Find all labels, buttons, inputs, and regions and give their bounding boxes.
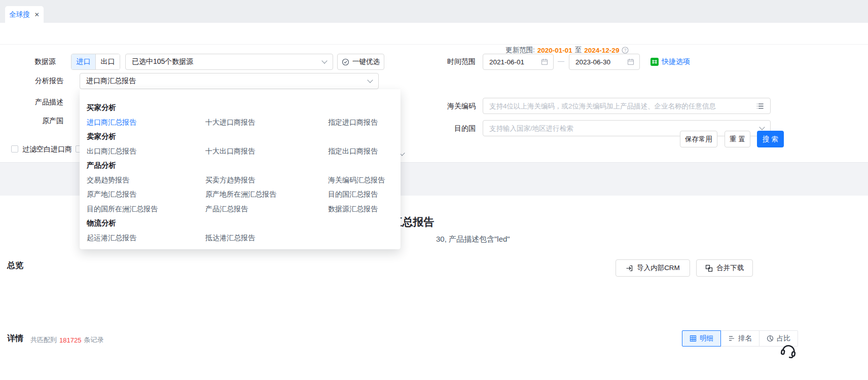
report-option-row: 出口商汇总报告十大出口商报告指定出口商报告 bbox=[87, 144, 401, 159]
hs-code-field[interactable] bbox=[483, 98, 771, 114]
one-click-label: 一键优选 bbox=[352, 57, 380, 66]
export-label: 导出 bbox=[772, 263, 786, 273]
dest-country-label: 目的国 bbox=[428, 124, 476, 133]
chevron-down-icon bbox=[759, 124, 765, 130]
report-section-title: 产品分析 bbox=[87, 158, 401, 173]
match-count: 181725 bbox=[59, 336, 81, 344]
view-detail-button[interactable]: 明细 bbox=[682, 330, 721, 347]
report-option[interactable]: 数据源汇总报告 bbox=[328, 202, 401, 216]
report-option[interactable]: 起运港汇总报告 bbox=[87, 231, 205, 245]
browser-tab-global-search[interactable]: 全球搜 ✕ bbox=[5, 6, 44, 23]
update-range-from: 2020-01-01 bbox=[537, 47, 572, 54]
date-to-value: 2023-06-30 bbox=[575, 58, 610, 66]
detail-section-title: 详情 bbox=[7, 333, 23, 344]
tab-close-icon[interactable]: ✕ bbox=[34, 11, 40, 18]
report-option[interactable]: 买卖方趋势报告 bbox=[205, 173, 328, 187]
browser-tab-bar: 全球搜 ✕ bbox=[0, 0, 868, 23]
quick-options-link[interactable]: 快捷选项 bbox=[650, 57, 690, 66]
data-source-label: 数据源 bbox=[0, 57, 56, 66]
report-option[interactable]: 目的国汇总报告 bbox=[328, 187, 401, 202]
quick-options-label: 快捷选项 bbox=[662, 57, 690, 66]
filter-blank-checkbox[interactable] bbox=[11, 145, 18, 153]
date-range-dash: — bbox=[558, 57, 564, 65]
report-option[interactable]: 指定出口商报告 bbox=[328, 144, 401, 159]
chevron-down-icon bbox=[321, 58, 327, 63]
app-header: ◎ 全球搜 使用教程 历史记录 常用条件 隐藏条件 高级搜索 › bbox=[0, 23, 868, 45]
export-button[interactable]: 导出 bbox=[755, 259, 791, 277]
overview-section-title: 总览 bbox=[7, 260, 23, 271]
report-type-dropdown: 买家分析进口商汇总报告十大进口商报告指定进口商报告卖家分析出口商汇总报告十大出口… bbox=[80, 89, 401, 249]
view-rank-button[interactable]: 排名 bbox=[721, 330, 760, 347]
date-from-field[interactable]: 2021-06-01 bbox=[483, 54, 554, 70]
report-type-label: 分析报告 bbox=[0, 77, 63, 86]
merge-icon bbox=[705, 264, 713, 272]
report-option[interactable]: 抵达港汇总报告 bbox=[205, 231, 328, 245]
report-section-title: 卖家分析 bbox=[87, 129, 401, 144]
report-option[interactable]: 进口商汇总报告 bbox=[87, 115, 205, 130]
hs-code-input[interactable] bbox=[489, 102, 756, 110]
merge-download-label: 合并下载 bbox=[716, 263, 744, 273]
import-icon bbox=[626, 264, 633, 272]
match-suffix: 条记录 bbox=[84, 335, 103, 345]
import-toggle[interactable]: 进口 bbox=[71, 54, 95, 69]
pie-chart-icon bbox=[767, 335, 774, 342]
hs-code-label: 海关编码 bbox=[428, 102, 476, 111]
report-option[interactable]: 交易趋势报告 bbox=[87, 173, 205, 187]
question-circle-icon[interactable]: ? bbox=[622, 47, 629, 54]
calendar-icon bbox=[541, 58, 548, 65]
quick-options-icon bbox=[650, 58, 659, 66]
import-crm-label: 导入内部CRM bbox=[637, 263, 680, 273]
report-option[interactable]: 原产地汇总报告 bbox=[87, 187, 205, 202]
date-from-value: 2021-06-01 bbox=[489, 58, 524, 66]
export-toggle[interactable]: 出口 bbox=[95, 54, 120, 69]
report-section-title: 买家分析 bbox=[87, 100, 401, 115]
match-count-text: 共匹配到 181725 条记录 bbox=[30, 335, 103, 345]
report-type-select[interactable]: 进口商汇总报告 bbox=[80, 73, 379, 89]
time-range-label: 时间范围 bbox=[428, 57, 476, 66]
search-button[interactable]: 搜 索 bbox=[757, 131, 784, 147]
report-option[interactable]: 十大出口商报告 bbox=[205, 144, 328, 159]
report-option-row: 起运港汇总报告抵达港汇总报告 bbox=[87, 231, 401, 245]
report-option-row: 原产地汇总报告原产地所在洲汇总报告目的国汇总报告 bbox=[87, 187, 401, 202]
dest-country-input[interactable] bbox=[489, 125, 760, 132]
import-crm-button[interactable]: 导入内部CRM bbox=[616, 259, 690, 277]
match-prefix: 共匹配到 bbox=[30, 335, 57, 345]
product-desc-label: 产品描述 bbox=[0, 98, 63, 107]
report-section-title: 物流分析 bbox=[87, 216, 401, 231]
list-icon[interactable] bbox=[756, 103, 764, 109]
export-icon bbox=[762, 264, 769, 272]
report-option[interactable]: 十大进口商报告 bbox=[205, 115, 328, 130]
date-to-field[interactable]: 2023-06-30 bbox=[569, 54, 640, 70]
report-option[interactable]: 出口商汇总报告 bbox=[87, 144, 205, 159]
view-rank-label: 排名 bbox=[738, 334, 752, 343]
check-circle-icon bbox=[342, 58, 349, 66]
report-option[interactable]: 原产地所在洲汇总报告 bbox=[205, 187, 328, 202]
one-click-select-button[interactable]: 一键优选 bbox=[337, 54, 384, 70]
report-option-row: 交易趋势报告买卖方趋势报告海关编码汇总报告 bbox=[87, 173, 401, 187]
report-option[interactable]: 产品汇总报告 bbox=[205, 202, 328, 216]
svg-text:?: ? bbox=[624, 48, 627, 53]
support-headset-icon[interactable] bbox=[778, 340, 799, 363]
data-source-select-value: 已选中105个数据源 bbox=[132, 57, 193, 66]
calendar-icon bbox=[627, 58, 634, 65]
reset-button[interactable]: 重 置 bbox=[725, 131, 750, 147]
report-option[interactable]: 指定进口商报告 bbox=[328, 115, 401, 130]
report-option-row: 进口商汇总报告十大进口商报告指定进口商报告 bbox=[87, 115, 401, 130]
report-option[interactable]: 海关编码汇总报告 bbox=[328, 173, 401, 187]
import-export-toggle: 进口 出口 bbox=[71, 54, 120, 70]
global-search-screen: 全球搜 ✕ ◎ 全球搜 使用教程 历史记录 常用条件 隐藏条件 bbox=[0, 0, 868, 380]
filter-blank-label: 过滤空白进口商 bbox=[22, 145, 72, 154]
chevron-down-icon bbox=[367, 77, 373, 83]
report-subtitle: 30, 产品描述包含"led" bbox=[436, 235, 510, 244]
merge-download-button[interactable]: 合并下载 bbox=[696, 259, 753, 277]
report-type-value: 进口商汇总报告 bbox=[86, 77, 136, 86]
report-option[interactable]: 目的国所在洲汇总报告 bbox=[87, 202, 205, 216]
update-range-to: 2024-12-29 bbox=[584, 47, 619, 54]
browser-tab-label: 全球搜 bbox=[9, 10, 30, 19]
table-grid-icon bbox=[690, 335, 697, 342]
view-detail-label: 明细 bbox=[700, 334, 713, 343]
rank-bars-icon bbox=[728, 335, 735, 342]
save-favorite-button[interactable]: 保存常用 bbox=[680, 131, 717, 147]
data-source-select[interactable]: 已选中105个数据源 bbox=[125, 54, 333, 70]
origin-country-label: 原产国 bbox=[0, 117, 63, 126]
